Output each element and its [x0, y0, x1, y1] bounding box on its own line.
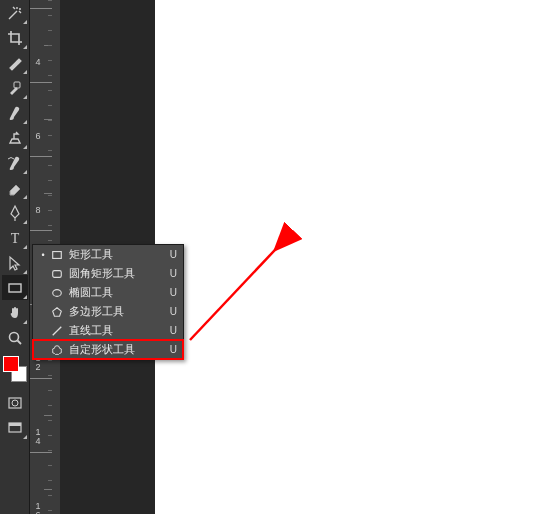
svg-text:T: T: [10, 231, 19, 246]
line-icon: [49, 325, 65, 337]
eyedropper-tool[interactable]: [2, 50, 28, 75]
page-background: [155, 0, 533, 514]
flyout-item-label: 直线工具: [69, 323, 167, 338]
quick-mask-toggle[interactable]: [2, 390, 28, 415]
svg-point-6: [12, 400, 18, 406]
clone-stamp-tool[interactable]: [2, 125, 28, 150]
ellipse-icon: [49, 287, 65, 299]
svg-rect-2: [9, 284, 21, 292]
svg-marker-12: [53, 307, 62, 316]
flyout-item-rrect[interactable]: 圆角矩形工具U: [33, 264, 183, 283]
rrect-icon: [49, 268, 65, 280]
history-brush-tool[interactable]: [2, 150, 28, 175]
flyout-item-line[interactable]: 直线工具U: [33, 321, 183, 340]
flyout-item-custom[interactable]: 自定形状工具U: [33, 340, 183, 359]
flyout-item-shortcut: U: [167, 268, 177, 279]
flyout-item-shortcut: U: [167, 325, 177, 336]
flyout-item-shortcut: U: [167, 306, 177, 317]
screen-mode-toggle[interactable]: [2, 415, 28, 440]
svg-line-4: [17, 340, 21, 344]
flyout-item-shortcut: U: [167, 344, 177, 355]
polygon-icon: [49, 306, 65, 318]
type-tool[interactable]: T: [2, 225, 28, 250]
flyout-item-shortcut: U: [167, 287, 177, 298]
pen-tool[interactable]: [2, 200, 28, 225]
ruler-tick-label: 8: [32, 206, 44, 215]
svg-point-3: [9, 332, 18, 341]
rect-icon: [49, 249, 65, 261]
flyout-item-label: 圆角矩形工具: [69, 266, 167, 281]
flyout-item-label: 椭圆工具: [69, 285, 167, 300]
svg-rect-9: [53, 251, 62, 258]
active-indicator: •: [39, 250, 47, 260]
foreground-color[interactable]: [3, 356, 19, 372]
flyout-item-label: 自定形状工具: [69, 342, 167, 357]
svg-rect-8: [9, 423, 21, 426]
flyout-item-shortcut: U: [167, 249, 177, 260]
svg-point-11: [53, 289, 62, 296]
crop-tool[interactable]: [2, 25, 28, 50]
shape-tool-flyout: •矩形工具U圆角矩形工具U椭圆工具U多边形工具U直线工具U自定形状工具U: [32, 244, 184, 360]
flyout-item-ellipse[interactable]: 椭圆工具U: [33, 283, 183, 302]
brush-tool[interactable]: [2, 100, 28, 125]
svg-rect-10: [53, 270, 62, 277]
hand-tool[interactable]: [2, 300, 28, 325]
custom-icon: [49, 344, 65, 356]
flyout-item-label: 矩形工具: [69, 247, 167, 262]
healing-brush-tool[interactable]: [2, 75, 28, 100]
ruler-tick-label: 1 6: [32, 502, 44, 514]
ruler-tick-label: 1 4: [32, 428, 44, 446]
color-swatches[interactable]: [1, 354, 29, 384]
flyout-item-rect[interactable]: •矩形工具U: [33, 245, 183, 264]
ruler-tick-label: 6: [32, 132, 44, 141]
shape-tool[interactable]: [2, 275, 28, 300]
ruler-tick-label: 4: [32, 58, 44, 67]
eraser-tool[interactable]: [2, 175, 28, 200]
flyout-item-polygon[interactable]: 多边形工具U: [33, 302, 183, 321]
svg-rect-0: [14, 82, 20, 88]
zoom-tool[interactable]: [2, 325, 28, 350]
magic-wand-tool[interactable]: [2, 0, 28, 25]
path-selection-tool[interactable]: [2, 250, 28, 275]
svg-line-13: [53, 326, 62, 335]
flyout-item-label: 多边形工具: [69, 304, 167, 319]
tools-panel: T: [0, 0, 30, 514]
